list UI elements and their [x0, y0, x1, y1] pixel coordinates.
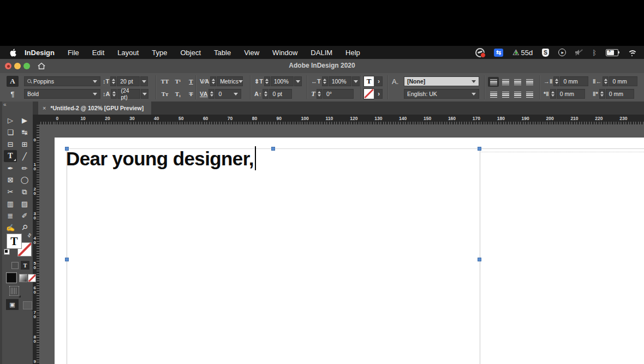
justify-center-button[interactable]: [488, 89, 499, 99]
left-indent-field[interactable]: 0 mm: [560, 76, 588, 86]
strikethrough-button[interactable]: T: [186, 88, 196, 99]
align-left-button[interactable]: [488, 77, 499, 87]
vertical-scale-dropdown-button[interactable]: [294, 76, 302, 86]
screen-mode-menu-button[interactable]: [23, 301, 32, 309]
rectangle-frame-tool[interactable]: ⊠: [4, 174, 17, 186]
type-tool[interactable]: T: [4, 150, 17, 162]
page-tool[interactable]: ❏: [4, 127, 17, 139]
leading-field[interactable]: (24 pt): [117, 89, 140, 99]
kerning-stepper[interactable]: [210, 76, 216, 86]
menu-help[interactable]: Help: [345, 49, 360, 57]
media-play-icon[interactable]: ▸: [558, 49, 566, 56]
frame-handle-top-center[interactable]: [271, 147, 275, 151]
menu-object[interactable]: Object: [181, 49, 201, 57]
shield-s-icon[interactable]: S: [542, 49, 549, 57]
formatting-affects-container-button[interactable]: [11, 262, 19, 269]
content-placer-tool[interactable]: ⊞: [18, 139, 31, 151]
align-center-button[interactable]: [500, 77, 511, 87]
document-tab[interactable]: × *Untitled-2 @ 102% [GPU Preview]: [38, 102, 151, 115]
language-select[interactable]: English: UK: [404, 89, 479, 99]
leading-dropdown-button[interactable]: [141, 89, 148, 99]
pen-tool[interactable]: ✒: [4, 162, 17, 174]
right-indent-stepper[interactable]: [603, 76, 609, 86]
menu-indesign[interactable]: InDesign: [25, 49, 55, 57]
free-transform-tool[interactable]: ⧉: [18, 186, 31, 198]
text-frame[interactable]: [67, 148, 480, 364]
font-size-dropdown-button[interactable]: [140, 76, 148, 86]
gradient-feather-tool[interactable]: ▨: [18, 198, 31, 210]
skew-field[interactable]: 0°: [323, 89, 354, 99]
page[interactable]: Dear young designer,: [55, 138, 644, 364]
menu-edit[interactable]: Edit: [92, 49, 104, 57]
character-style-select[interactable]: [None]: [404, 76, 479, 86]
menu-dalim[interactable]: DALIM: [311, 49, 332, 57]
paragraph-formatting-button[interactable]: ¶: [7, 88, 19, 99]
superscript-button[interactable]: T¹: [172, 76, 183, 87]
screen-mirroring-icon[interactable]: [475, 48, 485, 57]
teamviewer-icon[interactable]: ⇆: [494, 49, 503, 57]
skew-stepper[interactable]: [317, 89, 323, 99]
all-caps-button[interactable]: TT: [159, 76, 170, 87]
last-line-indent-field[interactable]: 0 mm: [606, 89, 634, 99]
menu-view[interactable]: View: [244, 49, 259, 57]
justify-left-button[interactable]: [524, 77, 535, 87]
view-options-button[interactable]: [9, 286, 19, 296]
default-fill-stroke-icon[interactable]: [4, 249, 10, 255]
menu-layout[interactable]: Layout: [117, 49, 139, 57]
trial-warning-icon[interactable]: ⚠: [512, 48, 520, 57]
align-to-spine-button[interactable]: [524, 89, 535, 99]
headline-text[interactable]: Dear young designer,: [66, 145, 256, 172]
close-icon[interactable]: ×: [43, 105, 46, 111]
justify-all-button[interactable]: [512, 89, 523, 99]
underline-button[interactable]: T: [186, 76, 196, 87]
left-indent-stepper[interactable]: [553, 76, 559, 86]
horizontal-ruler[interactable]: 0102030405060708090100110120130140150160…: [39, 115, 644, 124]
fill-options-button[interactable]: [375, 76, 383, 86]
tracking-stepper[interactable]: [208, 89, 214, 99]
justify-right-button[interactable]: [500, 89, 511, 99]
menu-file[interactable]: File: [68, 49, 79, 57]
notes-tool[interactable]: ≣: [4, 210, 17, 222]
content-collector-tool[interactable]: ⊟: [4, 139, 17, 151]
leading-stepper[interactable]: [111, 89, 117, 99]
wifi-icon[interactable]: [628, 49, 637, 56]
collapse-panel-icon[interactable]: «: [3, 102, 7, 108]
menu-type[interactable]: Type: [152, 49, 167, 57]
horizontal-scale-stepper[interactable]: [322, 76, 328, 86]
swap-fill-stroke-icon[interactable]: ⇄: [26, 232, 33, 238]
formatting-affects-text-button[interactable]: T: [21, 261, 29, 270]
hand-tool[interactable]: ✍: [4, 222, 17, 234]
ellipse-tool[interactable]: ◯: [18, 174, 31, 186]
first-line-indent-stepper[interactable]: [550, 89, 556, 99]
battery-icon[interactable]: ⚡: [606, 49, 618, 56]
text-fill-swatch[interactable]: T: [363, 76, 374, 87]
font-style-select[interactable]: Bold: [24, 89, 100, 99]
horizontal-scale-dropdown-button[interactable]: [352, 76, 360, 86]
baseline-shift-field[interactable]: 0 pt: [269, 89, 292, 99]
font-size-field[interactable]: 20 pt: [117, 76, 140, 86]
vertical-scale-stepper[interactable]: [264, 76, 270, 86]
last-line-indent-stepper[interactable]: [599, 89, 605, 99]
tracking-select[interactable]: 0: [215, 89, 241, 99]
menu-table[interactable]: Table: [214, 49, 231, 57]
direct-selection-tool[interactable]: ▶: [18, 115, 31, 127]
selection-tool[interactable]: ▷: [4, 115, 17, 127]
bluetooth-icon[interactable]: ᛒ: [592, 49, 597, 57]
apply-gradient-button[interactable]: [19, 274, 27, 282]
first-line-indent-field[interactable]: 0 mm: [557, 89, 585, 99]
kerning-select[interactable]: Metrics: [217, 76, 243, 86]
fill-color-swatch[interactable]: T: [7, 234, 22, 249]
horizontal-scale-field[interactable]: 100%: [329, 76, 351, 86]
frame-handle-middle-right[interactable]: [478, 258, 481, 261]
align-right-button[interactable]: [512, 77, 523, 87]
stroke-options-button[interactable]: [375, 89, 383, 99]
vertical-scale-field[interactable]: 100%: [271, 76, 294, 86]
menu-window[interactable]: Window: [272, 49, 297, 57]
volume-muted-icon[interactable]: [575, 49, 583, 56]
frame-handle-middle-left[interactable]: [65, 258, 69, 261]
apply-color-button[interactable]: [6, 272, 17, 283]
font-family-select[interactable]: Poppins: [24, 76, 100, 86]
character-formatting-button[interactable]: A: [7, 76, 19, 87]
pasteboard[interactable]: Dear young designer,: [39, 124, 644, 364]
frame-handle-top-right[interactable]: [478, 147, 481, 151]
